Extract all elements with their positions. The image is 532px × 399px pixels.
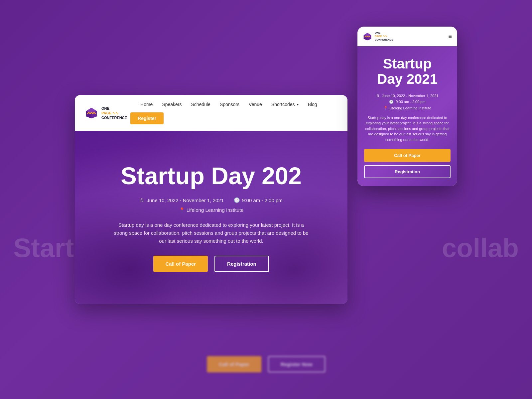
nav-links-area: Home Speakers Schedule Sponsors Venue Sh… — [140, 102, 337, 124]
mobile-logo: ONE PAGE ∿∿ CONFERENCE — [363, 31, 393, 42]
mobile-call-paper-button[interactable]: Call of Paper — [364, 149, 451, 162]
mobile-logo-text: ONE PAGE ∿∿ CONFERENCE — [375, 31, 393, 42]
mobile-calendar-icon: 🗓 — [376, 94, 380, 98]
mobile-time-meta: 🕐 9:00 am - 2:00 pm — [364, 100, 451, 104]
hero-title: Startup Day 202 — [111, 163, 311, 189]
hero-description: Startup day is a one day conference dedi… — [111, 221, 311, 245]
nav-row-2: Register — [140, 110, 337, 124]
nav-sponsors[interactable]: Sponsors — [220, 102, 239, 107]
mobile-calendar-meta: 🗓 June 10, 2022 - November 1, 2021 — [364, 94, 451, 98]
mobile-pin-icon: 📍 — [383, 106, 388, 110]
mobile-mockup: ONE PAGE ∿∿ CONFERENCE ≡ Startup Day 202… — [357, 27, 457, 186]
mobile-hero-title: Startup Day 2021 — [364, 56, 451, 87]
mobile-registration-button[interactable]: Registration — [364, 165, 451, 178]
time-meta: 🕐 9:00 am - 2:00 pm — [234, 197, 283, 203]
nav-venue[interactable]: Venue — [249, 102, 262, 107]
nav-home[interactable]: Home — [140, 102, 153, 107]
desktop-navbar: ONE PAGE ∿∿ CONFERENCE Home Speakers Sch… — [75, 95, 347, 131]
registration-button[interactable]: Registration — [214, 256, 269, 272]
logo-cube-icon — [85, 106, 98, 120]
hero-location: 📍 Lifelong Learning Institute — [111, 207, 311, 213]
nav-row-1: Home Speakers Schedule Sponsors Venue Sh… — [140, 102, 337, 107]
calendar-meta: 🗓 June 10, 2022 - November 1, 2021 — [140, 198, 224, 203]
pin-icon: 📍 — [179, 207, 185, 213]
hero-meta: 🗓 June 10, 2022 - November 1, 2021 🕐 9:0… — [111, 197, 311, 203]
hamburger-menu-button[interactable]: ≡ — [448, 33, 452, 40]
nav-speakers[interactable]: Speakers — [162, 102, 182, 107]
desktop-hero: Startup Day 202 🗓 June 10, 2022 - Novemb… — [75, 131, 347, 304]
hero-content: Startup Day 202 🗓 June 10, 2022 - Novemb… — [111, 163, 311, 272]
mobile-location: 📍 Lifelong Learning Institute — [364, 106, 451, 110]
nav-schedule[interactable]: Schedule — [191, 102, 210, 107]
desktop-mockup: ONE PAGE ∿∿ CONFERENCE Home Speakers Sch… — [75, 95, 347, 304]
mobile-navbar: ONE PAGE ∿∿ CONFERENCE ≡ — [357, 27, 457, 46]
mobile-hero: Startup Day 2021 🗓 June 10, 2022 - Novem… — [357, 46, 457, 186]
mobile-logo-cube-icon — [363, 32, 372, 41]
nav-blog[interactable]: Blog — [308, 102, 317, 107]
logo-text: ONE PAGE ∿∿ CONFERENCE — [101, 106, 127, 120]
clock-icon: 🕐 — [234, 197, 240, 203]
mobile-clock-icon: 🕐 — [389, 100, 394, 104]
hero-buttons: Call of Paper Registration — [111, 256, 311, 272]
nav-register-button[interactable]: Register — [130, 112, 164, 124]
nav-shortcodes-dropdown[interactable]: Shortcodes ▾ — [271, 102, 299, 107]
desktop-logo: ONE PAGE ∿∿ CONFERENCE — [85, 106, 127, 120]
mobile-description: Startup day is a one day conference dedi… — [364, 115, 451, 143]
calendar-icon: 🗓 — [140, 198, 145, 203]
call-of-paper-button[interactable]: Call of Paper — [153, 256, 208, 272]
main-wrapper: ONE PAGE ∿∿ CONFERENCE Home Speakers Sch… — [0, 0, 532, 399]
